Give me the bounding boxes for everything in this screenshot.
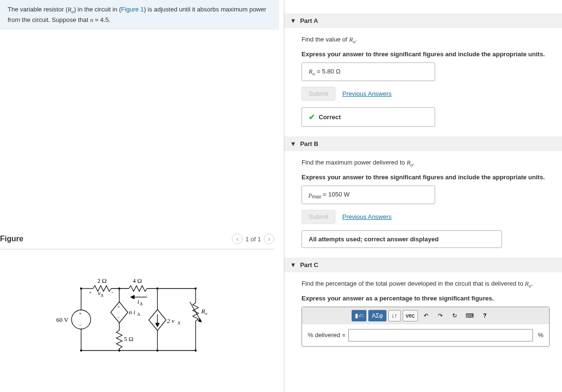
svg-point-22 bbox=[195, 288, 197, 289]
svg-text:Δ: Δ bbox=[137, 312, 140, 317]
part-b-header[interactable]: ▼ Part B bbox=[284, 136, 562, 151]
svg-text:+: + bbox=[79, 310, 82, 316]
part-a-title: Part A bbox=[300, 17, 318, 24]
figure-title: Figure bbox=[0, 235, 23, 243]
ans-value: 5.80 Ω bbox=[322, 68, 341, 75]
help-button[interactable]: ? bbox=[479, 310, 491, 321]
svg-text:−: − bbox=[111, 289, 114, 295]
part-c-header[interactable]: ▼ Part C bbox=[284, 258, 562, 272]
problem-text: ) in the circuit in ( bbox=[74, 6, 121, 13]
part-c-body: Find the percentage of the total power d… bbox=[284, 272, 562, 356]
status-text: Correct bbox=[319, 113, 341, 121]
previous-answers-link[interactable]: Previous Answers bbox=[342, 213, 391, 220]
figure-link[interactable]: Figure 1 bbox=[121, 6, 144, 13]
collapse-icon: ▼ bbox=[290, 17, 296, 24]
part-c-title: Part C bbox=[300, 261, 318, 268]
svg-text:−: − bbox=[79, 322, 82, 328]
svg-line-4 bbox=[190, 302, 201, 322]
subsup-button[interactable]: ↓↑ bbox=[388, 310, 401, 321]
svg-text:Δ: Δ bbox=[140, 301, 143, 306]
keyboard-button[interactable]: ⌨ bbox=[463, 310, 477, 321]
svg-text:o: o bbox=[205, 311, 208, 316]
unit-suffix: % bbox=[538, 331, 543, 339]
problem-statement: The variable resistor (Ro) in the circui… bbox=[0, 0, 279, 30]
svg-point-26 bbox=[195, 350, 197, 351]
part-b-subinstr: Express your answer to three significant… bbox=[302, 174, 545, 181]
figure-prev-button[interactable]: ‹ bbox=[232, 234, 242, 244]
ans-eq: = bbox=[323, 191, 327, 198]
svg-text:Δ: Δ bbox=[177, 320, 180, 325]
part-a-header[interactable]: ▼ Part A bbox=[284, 13, 562, 28]
problem-text: = 4.5. bbox=[93, 16, 111, 23]
svg-point-20 bbox=[118, 288, 120, 289]
svg-text:+: + bbox=[117, 304, 120, 309]
submit-button: Submit bbox=[302, 87, 335, 101]
part-b-status: All attempts used; correct answer displa… bbox=[302, 230, 502, 248]
answer-composer: ▮√□ ΑΣφ ↓↑ vec ↶ ↷ ↻ ⌨ ? % delivered = % bbox=[302, 307, 550, 347]
figure-next-button[interactable]: › bbox=[264, 234, 274, 244]
part-b-title: Part B bbox=[300, 140, 318, 147]
vec-button[interactable]: vec bbox=[403, 310, 418, 321]
figure-pager: ‹ 1 of 1 › bbox=[232, 234, 274, 244]
problem-var-R: R bbox=[68, 6, 72, 13]
reset-button[interactable]: ↻ bbox=[448, 310, 461, 321]
svg-text:2 Ω: 2 Ω bbox=[97, 277, 106, 284]
greek-button[interactable]: ΑΣφ bbox=[368, 310, 386, 321]
answer-input[interactable] bbox=[348, 329, 533, 341]
ans-label: R bbox=[309, 68, 312, 75]
part-a-body: Find the value of Ro. Express your answe… bbox=[284, 28, 562, 136]
composer-label: % delivered = bbox=[308, 331, 345, 339]
part-b-question: Find the maximum power delivered to bbox=[302, 159, 406, 166]
svg-point-21 bbox=[156, 288, 158, 289]
part-c-subinstr: Express your answer as a percentage to t… bbox=[302, 295, 545, 302]
svg-text:Δ: Δ bbox=[101, 293, 104, 298]
q-var: R bbox=[349, 36, 353, 43]
q-post: . bbox=[413, 159, 415, 166]
root-icon: ▮ bbox=[355, 312, 358, 319]
circuit-figure: 2 Ω 4 Ω 5 Ω 60 V + − + v Δ − i Δ + − n i… bbox=[52, 265, 210, 360]
part-a-subinstr: Express your answer to three significant… bbox=[302, 51, 545, 58]
part-b-answer-box: pmax = 1050 W bbox=[302, 186, 435, 205]
part-b-body: Find the maximum power delivered to Ro. … bbox=[284, 151, 562, 258]
collapse-icon: ▼ bbox=[290, 261, 296, 268]
ans-value: 1050 W bbox=[328, 191, 350, 198]
part-a-status: ✔ Correct bbox=[302, 107, 435, 127]
composer-toolbar: ▮√□ ΑΣφ ↓↑ vec ↶ ↷ ↻ ⌨ ? bbox=[302, 307, 549, 324]
ans-label-sub: max bbox=[312, 194, 322, 199]
check-icon: ✔ bbox=[309, 113, 315, 122]
svg-text:R: R bbox=[201, 308, 205, 315]
svg-point-23 bbox=[80, 350, 82, 351]
ans-label-sub: o bbox=[312, 71, 315, 76]
templates-button[interactable]: ▮√□ bbox=[352, 310, 366, 321]
problem-text: The variable resistor ( bbox=[8, 6, 68, 13]
svg-text:5 Ω: 5 Ω bbox=[124, 335, 133, 342]
svg-text:n i: n i bbox=[129, 309, 135, 316]
part-c-question: Find the percentage of the total power d… bbox=[302, 280, 525, 287]
ans-eq: = bbox=[317, 68, 321, 75]
svg-point-25 bbox=[156, 350, 158, 351]
svg-text:+: + bbox=[89, 289, 92, 295]
figure-pager-text: 1 of 1 bbox=[245, 236, 261, 243]
svg-point-19 bbox=[80, 288, 82, 289]
q-post: . bbox=[531, 280, 533, 287]
svg-text:4 Ω: 4 Ω bbox=[133, 277, 142, 284]
collapse-icon: ▼ bbox=[290, 140, 296, 147]
svg-text:60 V: 60 V bbox=[56, 316, 69, 323]
svg-point-24 bbox=[118, 350, 120, 351]
svg-text:2 v: 2 v bbox=[167, 317, 175, 324]
svg-text:i: i bbox=[137, 298, 139, 305]
part-a-question: Find the value of bbox=[302, 36, 349, 43]
submit-button: Submit bbox=[302, 210, 335, 224]
part-a-answer-box: Ro = 5.80 Ω bbox=[302, 62, 435, 82]
undo-button[interactable]: ↶ bbox=[420, 310, 432, 321]
svg-text:−: − bbox=[117, 315, 120, 320]
previous-answers-link[interactable]: Previous Answers bbox=[342, 90, 391, 97]
q-post: . bbox=[355, 36, 357, 43]
redo-button[interactable]: ↷ bbox=[434, 310, 447, 321]
status-text: All attempts used; correct answer displa… bbox=[309, 236, 438, 243]
